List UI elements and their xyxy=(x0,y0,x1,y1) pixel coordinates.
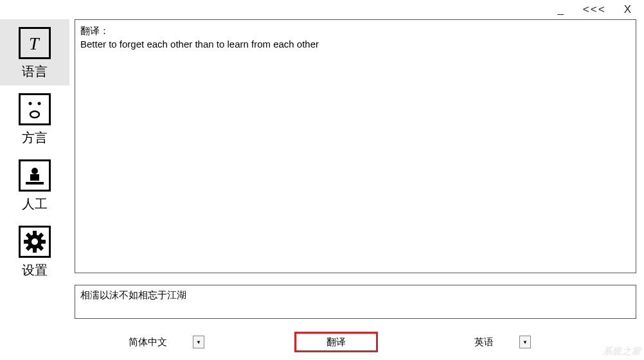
minimize-button[interactable]: _ xyxy=(557,3,564,16)
target-language-select[interactable]: 英语 ▼ xyxy=(468,334,531,350)
svg-rect-5 xyxy=(30,174,39,181)
translation-output: 翻译： Better to forget each other than to … xyxy=(75,19,636,273)
sidebar-item-label: 语言 xyxy=(22,63,48,80)
svg-text:T: T xyxy=(29,33,40,53)
controls-bar: 简体中文 ▼ 翻译 英语 ▼ xyxy=(75,330,636,354)
sidebar-item-settings[interactable]: 设置 xyxy=(0,218,69,284)
svg-point-1 xyxy=(29,102,32,105)
text-icon: T xyxy=(19,27,51,59)
sidebar-item-dialect[interactable]: 方言 xyxy=(0,86,69,152)
source-language-select[interactable]: 简体中文 ▼ xyxy=(122,334,204,350)
svg-point-16 xyxy=(31,239,38,245)
svg-point-3 xyxy=(30,111,39,118)
output-text: Better to forget each other than to lear… xyxy=(80,39,319,50)
svg-rect-6 xyxy=(26,182,44,184)
sidebar: T 语言 方言 人工 xyxy=(0,19,69,284)
main-area: 翻译： Better to forget each other than to … xyxy=(75,19,636,319)
person-pin-icon xyxy=(19,159,51,192)
source-language-label: 简体中文 xyxy=(122,336,193,348)
back-button[interactable]: <<< xyxy=(583,3,606,16)
svg-point-4 xyxy=(31,168,38,174)
face-icon xyxy=(19,93,51,125)
close-button[interactable]: X xyxy=(624,3,632,16)
translation-input[interactable]: 相濡以沫不如相忘于江湖 xyxy=(75,285,636,319)
chevron-down-icon[interactable]: ▼ xyxy=(519,336,531,348)
svg-point-2 xyxy=(38,102,41,105)
chevron-down-icon[interactable]: ▼ xyxy=(193,336,204,348)
translate-button[interactable]: 翻译 xyxy=(294,332,378,352)
titlebar: _ <<< X xyxy=(0,0,644,19)
sidebar-item-language[interactable]: T 语言 xyxy=(0,19,69,86)
sidebar-item-human[interactable]: 人工 xyxy=(0,152,69,218)
target-language-label: 英语 xyxy=(468,336,519,348)
gear-icon xyxy=(19,226,51,258)
sidebar-item-label: 方言 xyxy=(22,129,48,147)
output-header: 翻译： xyxy=(80,25,109,36)
sidebar-item-label: 人工 xyxy=(22,195,48,213)
sidebar-item-label: 设置 xyxy=(22,262,48,279)
